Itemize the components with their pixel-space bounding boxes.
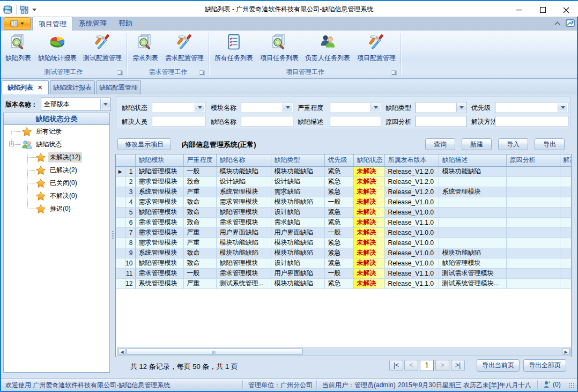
page-number-input[interactable]: 1 bbox=[420, 360, 434, 371]
collapse-ribbon-chevron-icon[interactable] bbox=[554, 21, 560, 25]
document-tab-缺陷列表[interactable]: 缺陷列表✕ bbox=[1, 80, 49, 94]
minimize-button[interactable] bbox=[507, 2, 531, 18]
column-header-解决方法[interactable]: 解决方法 bbox=[560, 154, 572, 166]
ribbon-button-缺陷列表[interactable]: 缺陷列表 bbox=[2, 31, 35, 70]
horizontal-scrollbar[interactable]: ◀ ▶ bbox=[117, 347, 571, 356]
cell-解决方法 bbox=[560, 207, 572, 217]
tree-item-推迟(0)[interactable]: 推迟(0) bbox=[4, 202, 109, 215]
column-header-所属发布版本[interactable]: 所属发布版本 bbox=[384, 154, 439, 166]
column-header-缺陷描述[interactable]: 缺陷描述 bbox=[439, 154, 506, 166]
cell-缺陷类型: 需求缺陷 bbox=[271, 217, 324, 227]
column-header-缺陷状态[interactable]: 缺陷状态 bbox=[353, 154, 384, 166]
cell-严重程度: 致命 bbox=[183, 258, 216, 268]
table-row[interactable]: 6需求管理模块致命需求管理模块需求缺陷紧急未解决Release_V1.1.0 bbox=[116, 217, 572, 227]
tree-item-已解决(2)[interactable]: 已解决(2) bbox=[4, 164, 109, 176]
tree-item-不解决(0)[interactable]: 不解决(0) bbox=[4, 189, 109, 202]
people-small-icon bbox=[22, 140, 32, 149]
filter-combo-缺陷类型[interactable] bbox=[416, 102, 467, 113]
table-row[interactable]: 4需求管理模块致命需求管理模块模块功能缺陷一般未解决Release_V1.0.0 bbox=[116, 197, 572, 207]
column-header-优先级[interactable]: 优先级 bbox=[324, 154, 353, 166]
导入-button[interactable]: 导入 bbox=[498, 138, 528, 150]
filter-input-原因分析[interactable] bbox=[416, 116, 467, 127]
导出-button[interactable]: 导出 bbox=[535, 138, 565, 150]
table-row[interactable]: 10缺陷管理模块致命缺陷管理模块设计缺陷紧急未解决Release_V1.0.0缺… bbox=[116, 258, 572, 268]
combo-dropdown-arrow-icon[interactable] bbox=[370, 103, 380, 112]
filter-combo-严重程度[interactable] bbox=[330, 102, 381, 113]
group-dialog-launcher-icon[interactable] bbox=[199, 70, 205, 76]
last-page-button[interactable]: >| bbox=[451, 360, 465, 371]
combo-dropdown-arrow-icon[interactable] bbox=[100, 99, 110, 110]
ribbon-button-测试配置管理[interactable]: 测试配置管理 bbox=[80, 31, 125, 70]
prev-page-button[interactable]: < bbox=[404, 360, 418, 371]
column-header-缺陷类型[interactable]: 缺陷类型 bbox=[271, 154, 324, 166]
ribbon-button-负责人任务列表[interactable]: 负责人任务列表 bbox=[302, 31, 353, 70]
combo-dropdown-arrow-icon[interactable] bbox=[195, 103, 204, 112]
maximize-button[interactable] bbox=[531, 2, 554, 18]
table-row[interactable]: 11需求管理模块一般需求管理模块用户界面缺陷一般未解决Release_V1.1.… bbox=[116, 268, 572, 278]
table-row[interactable]: 12系统管理模块严重测试系统管理...模块功能缺陷紧急未解决Release_V1… bbox=[116, 278, 572, 289]
about-icon[interactable] bbox=[566, 19, 575, 27]
scroll-right-arrow-icon[interactable]: ▶ bbox=[562, 349, 570, 355]
ribbon-button-缺陷统计报表[interactable]: 缺陷统计报表 bbox=[35, 31, 80, 70]
table-row[interactable]: 3系统管理模块严重系统管理模块需求缺陷紧急未解决Release_V1.2.0系统… bbox=[116, 187, 572, 197]
ribbon-tab-帮助[interactable]: 帮助 bbox=[113, 17, 138, 31]
table-row[interactable]: 2需求管理模块致命设计缺陷设计缺陷紧急未解决Release_V1.2.0 bbox=[116, 176, 572, 187]
cell-缺陷状态: 未解决 bbox=[353, 207, 384, 217]
ribbon-tab-系统管理[interactable]: 系统管理 bbox=[73, 17, 113, 31]
tree-item-未解决(12)[interactable]: 未解决(12) bbox=[4, 151, 109, 164]
group-dialog-launcher-icon[interactable] bbox=[117, 70, 123, 76]
filter-combo-模块名称[interactable] bbox=[241, 102, 293, 113]
ribbon-button-所有任务列表[interactable]: 所有任务列表 bbox=[211, 31, 257, 70]
resize-grip-icon[interactable] bbox=[568, 382, 575, 389]
document-tab-缺陷配置管理[interactable]: 缺陷配置管理 bbox=[96, 80, 141, 94]
document-tab-缺陷统计报表[interactable]: 缺陷统计报表 bbox=[50, 80, 95, 94]
tab-close-icon[interactable]: ✕ bbox=[38, 85, 42, 91]
table-row[interactable]: 5缺陷管理模块致命缺陷管理模块设计缺陷紧急未解决Release_V1.0.0 bbox=[116, 207, 572, 217]
scroll-left-arrow-icon[interactable]: ◀ bbox=[118, 349, 126, 355]
查询-button[interactable]: 查询 bbox=[425, 138, 455, 150]
column-header-原因分析[interactable]: 原因分析 bbox=[506, 154, 560, 166]
filter-input-缺陷名称[interactable] bbox=[241, 116, 293, 127]
table-row[interactable]: 9系统管理模块致命模块功能缺陷模块功能缺陷紧急未解决Release_V1.0.0… bbox=[116, 248, 572, 258]
modify-display-items-button[interactable]: 修改显示项目 bbox=[117, 138, 171, 150]
ribbon-tab-项目管理[interactable]: 项目管理 bbox=[32, 17, 73, 31]
tree-item-已关闭(0)[interactable]: 已关闭(0) bbox=[4, 176, 109, 189]
combo-dropdown-arrow-icon[interactable] bbox=[283, 103, 292, 112]
export-current-page-button[interactable]: 导出当前页 bbox=[477, 359, 520, 372]
cell-解决方法 bbox=[560, 268, 572, 278]
combo-dropdown-arrow-icon[interactable] bbox=[558, 103, 567, 112]
table-row[interactable]: 7需求管理模块严重用户界面缺陷用户界面缺陷一般未解决Release_V1.0.0 bbox=[116, 227, 572, 238]
combo-dropdown-arrow-icon[interactable] bbox=[456, 103, 466, 112]
column-header-缺陷模块[interactable]: 缺陷模块 bbox=[135, 154, 183, 166]
filter-input-解决人员[interactable] bbox=[152, 116, 205, 127]
ribbon-button-项目配置管理[interactable]: 项目配置管理 bbox=[353, 31, 399, 70]
version-combo[interactable]: 全部版本 bbox=[41, 98, 111, 111]
tree-item-所有记录[interactable]: 所有记录 bbox=[4, 125, 109, 138]
next-page-button[interactable]: > bbox=[435, 360, 449, 371]
table-row[interactable]: ▶1缺陷管理模块一般模块功能缺陷模块功能缺陷紧急未解决Release_V1.2.… bbox=[116, 166, 572, 176]
export-all-pages-button[interactable]: 导出全部页 bbox=[523, 359, 566, 372]
cell-缺陷模块: 系统管理模块 bbox=[135, 278, 183, 289]
column-header-缺陷名称[interactable]: 缺陷名称 bbox=[216, 154, 271, 166]
close-button[interactable] bbox=[554, 2, 578, 18]
tree-connector-line bbox=[27, 183, 37, 183]
group-dialog-launcher-icon[interactable] bbox=[391, 70, 397, 76]
filter-combo-缺陷状态[interactable] bbox=[152, 102, 205, 113]
filter-combo-优先级[interactable] bbox=[495, 102, 568, 113]
application-menu-button[interactable] bbox=[4, 17, 31, 30]
tree-item-缺陷状态[interactable]: 缺陷状态 bbox=[4, 138, 109, 151]
新建-button[interactable]: 新建 bbox=[462, 138, 492, 150]
defect-list-icon bbox=[137, 33, 154, 50]
ribbon-button-项目任务列表[interactable]: 项目任务列表 bbox=[257, 31, 302, 70]
document-tab-bar: 缺陷列表✕缺陷统计报表缺陷配置管理 bbox=[0, 79, 578, 94]
row-indicator bbox=[116, 278, 125, 289]
column-header-严重程度[interactable]: 严重程度 bbox=[183, 154, 216, 166]
table-row[interactable]: 8需求管理模块严重模块功能缺陷模块功能缺陷紧急未解决Release_V1.0.0 bbox=[116, 238, 572, 248]
ribbon-button-需求配置管理[interactable]: 需求配置管理 bbox=[162, 31, 207, 70]
scrollbar-thumb[interactable] bbox=[126, 349, 303, 355]
cell-严重程度: 严重 bbox=[183, 278, 216, 289]
filter-input-缺陷描述[interactable] bbox=[330, 116, 381, 127]
first-page-button[interactable]: |< bbox=[389, 360, 403, 371]
ribbon-button-需求列表[interactable]: 需求列表 bbox=[129, 31, 162, 70]
filter-input-解决方法[interactable] bbox=[495, 116, 568, 127]
